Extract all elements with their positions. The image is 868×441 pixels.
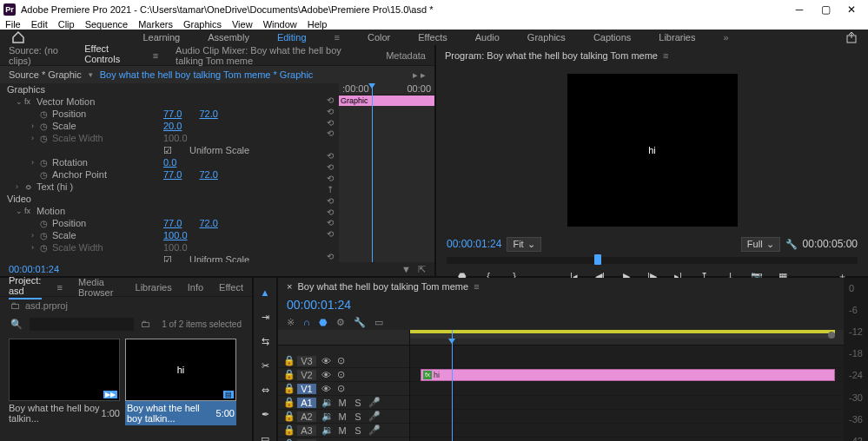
scrub-playhead[interactable] [594, 254, 601, 265]
workspace-effects[interactable]: Effects [418, 32, 447, 43]
uniform-scale-checkbox[interactable]: ☑ [163, 145, 172, 156]
rotation-value[interactable]: 0.0 [163, 157, 176, 168]
tab-effects[interactable]: Effect [219, 282, 243, 293]
selection-tool[interactable]: ▲ [257, 285, 273, 300]
timeline-playhead[interactable] [452, 330, 453, 441]
v3-lane[interactable] [410, 354, 844, 368]
voice-icon[interactable]: 🎤 [368, 411, 381, 422]
sync-lock-icon[interactable]: ⊙ [337, 383, 345, 394]
sync-lock-icon[interactable]: ⊙ [337, 369, 345, 380]
effect-vector-motion[interactable]: ⌄fxVector Motion [0, 95, 321, 108]
track-v1[interactable]: 🔒V1👁⊙ [278, 382, 409, 396]
workspace-audio[interactable]: Audio [475, 32, 500, 43]
reset-icon[interactable]: ⟲ [321, 150, 339, 161]
tab-audio-mixer[interactable]: Audio Clip Mixer: Boy what the hell boy … [176, 45, 368, 66]
track-a2[interactable]: 🔒A2🔉MS🎤 [278, 410, 409, 424]
reset-icon[interactable]: ⟲ [321, 207, 339, 218]
v1-lane[interactable] [410, 382, 844, 396]
settings-icon[interactable]: ⚙ [336, 317, 345, 328]
zoom-scrollbar[interactable] [410, 333, 835, 339]
pin-icon[interactable]: ⇱ [418, 264, 426, 275]
direction-icon[interactable]: ⤒ [321, 184, 339, 195]
wrench-icon[interactable]: 🔧 [354, 317, 366, 328]
razor-tool[interactable]: ✂ [257, 358, 273, 373]
eye-icon[interactable]: 👁 [321, 384, 332, 394]
prop-position[interactable]: ◷Position 77.072.0 [0, 108, 321, 120]
effect-clip-bar[interactable]: Graphic [339, 95, 434, 106]
mute-button[interactable]: M [337, 425, 348, 436]
program-canvas[interactable]: hi [567, 74, 738, 227]
marker-icon[interactable]: ⬣ [319, 317, 328, 328]
snap-icon[interactable]: ※ [287, 317, 295, 328]
anchor-y[interactable]: 72.0 [199, 169, 217, 180]
v2-lane[interactable]: fx hi [410, 368, 844, 382]
breadcrumb-clip[interactable]: Boy what the hell boy talking Tom meme *… [100, 69, 314, 80]
quality-select[interactable]: Full ⌄ [741, 237, 780, 252]
m-position-y[interactable]: 72.0 [199, 218, 217, 228]
prop-scale[interactable]: ›◷Scale 20.0 [0, 120, 321, 132]
close-window-button[interactable]: ✕ [838, 0, 865, 19]
eye-icon[interactable]: 👁 [321, 356, 332, 366]
filter-icon[interactable]: ▼ [401, 264, 411, 275]
reset-icon[interactable]: ⟲ [321, 251, 339, 262]
scale-value[interactable]: 20.0 [163, 121, 182, 131]
reset-icon[interactable]: ⟲ [321, 95, 339, 106]
lock-icon[interactable]: 🔒 [283, 355, 292, 366]
reset-icon[interactable]: ⟲ [321, 106, 339, 117]
effect-ruler[interactable]: :00:0000:00 [339, 83, 434, 95]
a1-lane[interactable] [410, 396, 844, 410]
voice-icon[interactable]: 🎤 [368, 425, 381, 436]
home-button[interactable] [10, 30, 26, 45]
effect-playhead[interactable] [372, 83, 373, 262]
reset-icon[interactable]: ⟲ [321, 173, 339, 184]
voice-icon[interactable]: 🎤 [368, 397, 381, 408]
prop-anchor[interactable]: ◷Anchor Point 77.072.0 [0, 168, 321, 181]
lock-icon[interactable]: 🔒 [283, 411, 292, 422]
track-v3[interactable]: 🔒V3👁⊙ [278, 354, 409, 368]
ripple-tool[interactable]: ⇆ [257, 333, 273, 349]
mute-icon[interactable]: 🔉 [321, 397, 332, 408]
panel-menu-icon[interactable]: ≡ [153, 50, 158, 61]
track-mix[interactable]: 🔒Mix0.0 [278, 438, 409, 441]
workspace-learning[interactable]: Learning [142, 32, 180, 43]
reset-icon[interactable]: ⟲ [321, 161, 339, 173]
menu-file[interactable]: File [5, 19, 21, 30]
mute-button[interactable]: M [337, 398, 348, 408]
chevron-down-icon[interactable]: ▾ [89, 70, 93, 79]
effect-text[interactable]: ›⭘Text (hi ) [0, 181, 321, 193]
anchor-x[interactable]: 77.0 [163, 169, 182, 180]
m-scale-value[interactable]: 100.0 [163, 230, 188, 240]
a3-lane[interactable] [410, 424, 844, 438]
menu-graphics[interactable]: Graphics [183, 19, 222, 30]
zoom-handle[interactable] [828, 332, 835, 339]
share-icon[interactable] [845, 31, 858, 43]
item-thumbnail[interactable]: ▶▶ [9, 339, 120, 401]
project-item[interactable]: ▶▶ Boy what the hell boy talkin... 1:00 [9, 339, 120, 441]
item-thumbnail[interactable]: hi ▤ [125, 339, 236, 401]
eye-icon[interactable]: 👁 [321, 370, 332, 380]
effect-property-list[interactable]: Graphics ⌄fxVector Motion ◷Position 77.0… [0, 83, 321, 262]
menu-view[interactable]: View [232, 19, 253, 30]
menu-help[interactable]: Help [308, 19, 328, 30]
clip-fx-badge[interactable]: fx [423, 371, 432, 379]
prop-uniform-scale[interactable]: ☑ Uniform Scale [0, 144, 321, 156]
workspace-graphics[interactable]: Graphics [527, 32, 566, 43]
program-monitor[interactable]: hi [436, 66, 868, 234]
pen-tool[interactable]: ✒ [257, 406, 273, 422]
mute-icon[interactable]: 🔉 [321, 425, 332, 436]
menu-clip[interactable]: Clip [58, 19, 75, 30]
lock-icon[interactable]: 🔒 [283, 425, 292, 436]
solo-button[interactable]: S [353, 398, 363, 408]
effect-motion[interactable]: ⌄fxMotion [0, 205, 321, 217]
track-a3[interactable]: 🔒A3🔉MS🎤 [278, 424, 409, 438]
workspace-color[interactable]: Color [368, 32, 390, 43]
position-y[interactable]: 72.0 [199, 109, 217, 119]
timeline-close-icon[interactable]: × [287, 281, 292, 292]
reset-icon[interactable]: ⟲ [321, 218, 339, 229]
project-item-selected[interactable]: hi ▤ Boy what the hell boy talkin... 5:0… [125, 339, 236, 441]
zoom-select[interactable]: Fit ⌄ [507, 237, 540, 252]
prop-m-scale[interactable]: ›◷Scale 100.0 [0, 229, 321, 241]
timeline-toggle-icon[interactable]: ▸ ▸ [413, 69, 426, 81]
prop-m-uniform-scale[interactable]: ☑ Uniform Scale [0, 253, 321, 262]
lock-icon[interactable]: 🔒 [283, 369, 292, 380]
